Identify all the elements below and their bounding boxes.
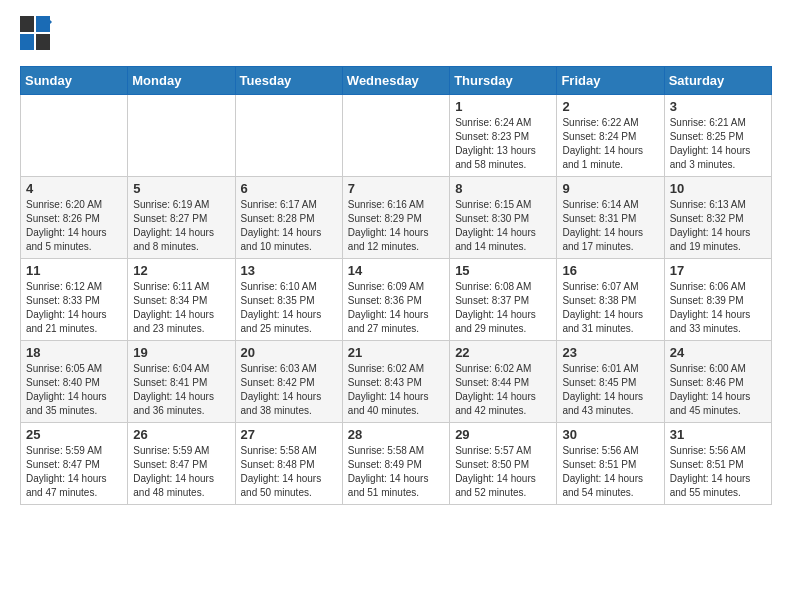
day-number: 14 [348,263,444,278]
calendar-cell: 8Sunrise: 6:15 AM Sunset: 8:30 PM Daylig… [450,177,557,259]
day-info: Sunrise: 6:19 AM Sunset: 8:27 PM Dayligh… [133,198,229,254]
day-info: Sunrise: 6:00 AM Sunset: 8:46 PM Dayligh… [670,362,766,418]
svg-rect-0 [20,16,34,32]
calendar-cell: 26Sunrise: 5:59 AM Sunset: 8:47 PM Dayli… [128,423,235,505]
calendar-cell: 27Sunrise: 5:58 AM Sunset: 8:48 PM Dayli… [235,423,342,505]
day-number: 24 [670,345,766,360]
day-info: Sunrise: 5:58 AM Sunset: 8:48 PM Dayligh… [241,444,337,500]
calendar-cell: 20Sunrise: 6:03 AM Sunset: 8:42 PM Dayli… [235,341,342,423]
day-number: 8 [455,181,551,196]
page-header [20,16,772,56]
calendar-cell [128,95,235,177]
day-info: Sunrise: 6:08 AM Sunset: 8:37 PM Dayligh… [455,280,551,336]
day-number: 15 [455,263,551,278]
calendar-cell: 4Sunrise: 6:20 AM Sunset: 8:26 PM Daylig… [21,177,128,259]
calendar-cell: 17Sunrise: 6:06 AM Sunset: 8:39 PM Dayli… [664,259,771,341]
day-number: 30 [562,427,658,442]
calendar-cell: 12Sunrise: 6:11 AM Sunset: 8:34 PM Dayli… [128,259,235,341]
day-number: 22 [455,345,551,360]
calendar-header-tuesday: Tuesday [235,67,342,95]
calendar-cell: 11Sunrise: 6:12 AM Sunset: 8:33 PM Dayli… [21,259,128,341]
calendar-cell: 6Sunrise: 6:17 AM Sunset: 8:28 PM Daylig… [235,177,342,259]
day-info: Sunrise: 6:05 AM Sunset: 8:40 PM Dayligh… [26,362,122,418]
calendar-cell: 16Sunrise: 6:07 AM Sunset: 8:38 PM Dayli… [557,259,664,341]
calendar-cell: 10Sunrise: 6:13 AM Sunset: 8:32 PM Dayli… [664,177,771,259]
calendar-cell: 29Sunrise: 5:57 AM Sunset: 8:50 PM Dayli… [450,423,557,505]
day-info: Sunrise: 6:11 AM Sunset: 8:34 PM Dayligh… [133,280,229,336]
day-info: Sunrise: 5:58 AM Sunset: 8:49 PM Dayligh… [348,444,444,500]
day-info: Sunrise: 6:10 AM Sunset: 8:35 PM Dayligh… [241,280,337,336]
calendar-cell: 7Sunrise: 6:16 AM Sunset: 8:29 PM Daylig… [342,177,449,259]
logo [20,16,56,56]
day-number: 31 [670,427,766,442]
calendar-cell [342,95,449,177]
day-info: Sunrise: 6:06 AM Sunset: 8:39 PM Dayligh… [670,280,766,336]
calendar-cell [21,95,128,177]
calendar-cell: 19Sunrise: 6:04 AM Sunset: 8:41 PM Dayli… [128,341,235,423]
day-number: 26 [133,427,229,442]
calendar-week-row: 18Sunrise: 6:05 AM Sunset: 8:40 PM Dayli… [21,341,772,423]
day-number: 10 [670,181,766,196]
calendar-header-sunday: Sunday [21,67,128,95]
day-info: Sunrise: 5:56 AM Sunset: 8:51 PM Dayligh… [670,444,766,500]
calendar-week-row: 25Sunrise: 5:59 AM Sunset: 8:47 PM Dayli… [21,423,772,505]
calendar-cell: 5Sunrise: 6:19 AM Sunset: 8:27 PM Daylig… [128,177,235,259]
day-number: 3 [670,99,766,114]
day-number: 20 [241,345,337,360]
calendar-cell: 15Sunrise: 6:08 AM Sunset: 8:37 PM Dayli… [450,259,557,341]
calendar-table: SundayMondayTuesdayWednesdayThursdayFrid… [20,66,772,505]
day-number: 13 [241,263,337,278]
day-number: 4 [26,181,122,196]
day-number: 29 [455,427,551,442]
day-number: 23 [562,345,658,360]
calendar-cell: 25Sunrise: 5:59 AM Sunset: 8:47 PM Dayli… [21,423,128,505]
calendar-cell: 24Sunrise: 6:00 AM Sunset: 8:46 PM Dayli… [664,341,771,423]
calendar-header-thursday: Thursday [450,67,557,95]
day-number: 2 [562,99,658,114]
calendar-header-monday: Monday [128,67,235,95]
day-number: 5 [133,181,229,196]
day-info: Sunrise: 6:21 AM Sunset: 8:25 PM Dayligh… [670,116,766,172]
calendar-cell: 28Sunrise: 5:58 AM Sunset: 8:49 PM Dayli… [342,423,449,505]
calendar-cell: 2Sunrise: 6:22 AM Sunset: 8:24 PM Daylig… [557,95,664,177]
day-info: Sunrise: 6:01 AM Sunset: 8:45 PM Dayligh… [562,362,658,418]
day-number: 6 [241,181,337,196]
calendar-cell: 9Sunrise: 6:14 AM Sunset: 8:31 PM Daylig… [557,177,664,259]
calendar-header-row: SundayMondayTuesdayWednesdayThursdayFrid… [21,67,772,95]
day-info: Sunrise: 5:56 AM Sunset: 8:51 PM Dayligh… [562,444,658,500]
day-info: Sunrise: 6:02 AM Sunset: 8:43 PM Dayligh… [348,362,444,418]
day-info: Sunrise: 6:07 AM Sunset: 8:38 PM Dayligh… [562,280,658,336]
day-number: 7 [348,181,444,196]
day-info: Sunrise: 6:15 AM Sunset: 8:30 PM Dayligh… [455,198,551,254]
day-info: Sunrise: 6:02 AM Sunset: 8:44 PM Dayligh… [455,362,551,418]
day-info: Sunrise: 6:22 AM Sunset: 8:24 PM Dayligh… [562,116,658,172]
day-number: 19 [133,345,229,360]
calendar-cell: 22Sunrise: 6:02 AM Sunset: 8:44 PM Dayli… [450,341,557,423]
day-info: Sunrise: 6:14 AM Sunset: 8:31 PM Dayligh… [562,198,658,254]
day-number: 1 [455,99,551,114]
day-info: Sunrise: 6:24 AM Sunset: 8:23 PM Dayligh… [455,116,551,172]
calendar-header-wednesday: Wednesday [342,67,449,95]
day-info: Sunrise: 5:59 AM Sunset: 8:47 PM Dayligh… [133,444,229,500]
calendar-cell: 23Sunrise: 6:01 AM Sunset: 8:45 PM Dayli… [557,341,664,423]
day-info: Sunrise: 6:16 AM Sunset: 8:29 PM Dayligh… [348,198,444,254]
day-info: Sunrise: 6:03 AM Sunset: 8:42 PM Dayligh… [241,362,337,418]
day-number: 12 [133,263,229,278]
calendar-header-saturday: Saturday [664,67,771,95]
calendar-cell: 30Sunrise: 5:56 AM Sunset: 8:51 PM Dayli… [557,423,664,505]
svg-rect-3 [36,34,50,50]
calendar-week-row: 4Sunrise: 6:20 AM Sunset: 8:26 PM Daylig… [21,177,772,259]
calendar-header-friday: Friday [557,67,664,95]
calendar-cell [235,95,342,177]
day-number: 16 [562,263,658,278]
calendar-cell: 21Sunrise: 6:02 AM Sunset: 8:43 PM Dayli… [342,341,449,423]
logo-icon [20,16,52,56]
day-info: Sunrise: 6:09 AM Sunset: 8:36 PM Dayligh… [348,280,444,336]
day-number: 9 [562,181,658,196]
day-number: 11 [26,263,122,278]
calendar-week-row: 1Sunrise: 6:24 AM Sunset: 8:23 PM Daylig… [21,95,772,177]
day-number: 27 [241,427,337,442]
day-number: 28 [348,427,444,442]
calendar-cell: 18Sunrise: 6:05 AM Sunset: 8:40 PM Dayli… [21,341,128,423]
day-info: Sunrise: 6:13 AM Sunset: 8:32 PM Dayligh… [670,198,766,254]
